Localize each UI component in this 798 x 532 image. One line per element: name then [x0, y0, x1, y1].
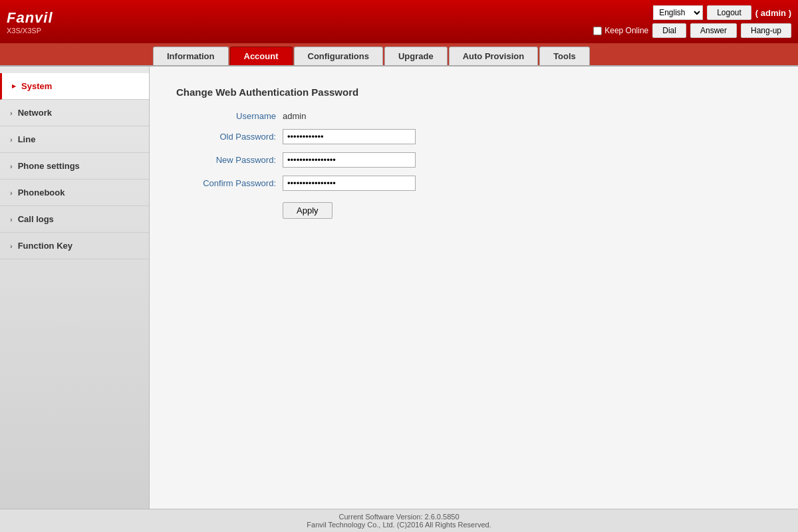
logo-area: Fanvil X3S/X3SP [7, 9, 53, 35]
sidebar-item-phonebook[interactable]: ›Phonebook [0, 180, 149, 206]
sidebar-item-line[interactable]: ›Line [0, 126, 149, 153]
sidebar: ▸System›Network›Line›Phone settings›Phon… [0, 66, 150, 509]
keep-online-area: Keep Online [593, 26, 648, 35]
dial-button[interactable]: Dial [652, 23, 686, 38]
nav-tab-tools[interactable]: Tools [539, 47, 590, 65]
sidebar-arrow-icon: › [10, 215, 13, 223]
header: Fanvil X3S/X3SP English Chinese Logout (… [0, 0, 798, 43]
sidebar-item-label: Function Key [18, 241, 72, 251]
main-layout: ▸System›Network›Line›Phone settings›Phon… [0, 66, 798, 509]
sidebar-arrow-icon: › [10, 136, 13, 144]
sidebar-item-label: System [21, 81, 52, 91]
hangup-button[interactable]: Hang-up [741, 23, 791, 38]
nav-tab-information[interactable]: Information [153, 47, 229, 65]
sidebar-item-phone-settings[interactable]: ›Phone settings [0, 153, 149, 180]
sidebar-arrow-icon: › [10, 162, 13, 170]
nav-tab-configurations[interactable]: Configurations [294, 47, 383, 65]
sidebar-arrow-icon: › [10, 242, 13, 250]
sidebar-arrow-icon: › [10, 189, 13, 197]
sidebar-item-network[interactable]: ›Network [0, 100, 149, 126]
confirm-password-input[interactable] [283, 176, 416, 191]
logout-button[interactable]: Logout [707, 5, 751, 20]
sidebar-item-function-key[interactable]: ›Function Key [0, 233, 149, 259]
sidebar-item-call-logs[interactable]: ›Call logs [0, 206, 149, 233]
sidebar-arrow-icon: ▸ [12, 82, 16, 90]
old-password-label: Old Password: [176, 132, 283, 142]
sidebar-item-system[interactable]: ▸System [0, 73, 149, 100]
sidebar-item-label: Network [18, 108, 52, 118]
username-label: Username [176, 111, 283, 121]
logo-text: Fanvil [7, 9, 53, 27]
new-password-label: New Password: [176, 155, 283, 165]
footer-line2: Fanvil Technology Co., Ltd. (C)2016 All … [307, 521, 491, 529]
confirm-password-label: Confirm Password: [176, 178, 283, 188]
content-area: Change Web Authentication Password Usern… [150, 66, 798, 509]
sidebar-arrow-icon: › [10, 109, 13, 117]
keep-online-label: Keep Online [604, 26, 648, 35]
nav-tab-auto-provision[interactable]: Auto Provision [449, 47, 538, 65]
confirm-password-row: Confirm Password: [176, 176, 771, 191]
nav-tabs: InformationAccountConfigurationsUpgradeA… [0, 43, 798, 66]
new-password-input[interactable] [283, 152, 416, 168]
admin-label: ( admin ) [755, 8, 791, 18]
nav-tab-account[interactable]: Account [230, 47, 293, 65]
username-value: admin [283, 111, 306, 121]
sidebar-item-label: Phone settings [18, 161, 80, 171]
header-top-row: English Chinese Logout ( admin ) [653, 5, 791, 20]
logo-model: X3S/X3SP [7, 27, 41, 35]
answer-button[interactable]: Answer [690, 23, 737, 38]
username-row: Username admin [176, 111, 771, 121]
apply-button[interactable]: Apply [283, 202, 332, 219]
section-title: Change Web Authentication Password [176, 86, 771, 98]
old-password-input[interactable] [283, 129, 416, 144]
new-password-row: New Password: [176, 152, 771, 168]
nav-tab-upgrade[interactable]: Upgrade [384, 47, 448, 65]
language-select[interactable]: English Chinese [653, 5, 703, 20]
footer: Current Software Version: 2.6.0.5850 Fan… [0, 509, 798, 532]
header-right: English Chinese Logout ( admin ) Keep On… [593, 5, 791, 38]
sidebar-item-label: Phonebook [18, 188, 65, 198]
old-password-row: Old Password: [176, 129, 771, 144]
apply-row: Apply [176, 199, 771, 219]
header-bottom-row: Keep Online Dial Answer Hang-up [593, 23, 791, 38]
keep-online-checkbox[interactable] [593, 27, 602, 35]
footer-line1: Current Software Version: 2.6.0.5850 [339, 513, 460, 521]
sidebar-item-label: Line [18, 134, 36, 144]
sidebar-item-label: Call logs [18, 214, 54, 224]
